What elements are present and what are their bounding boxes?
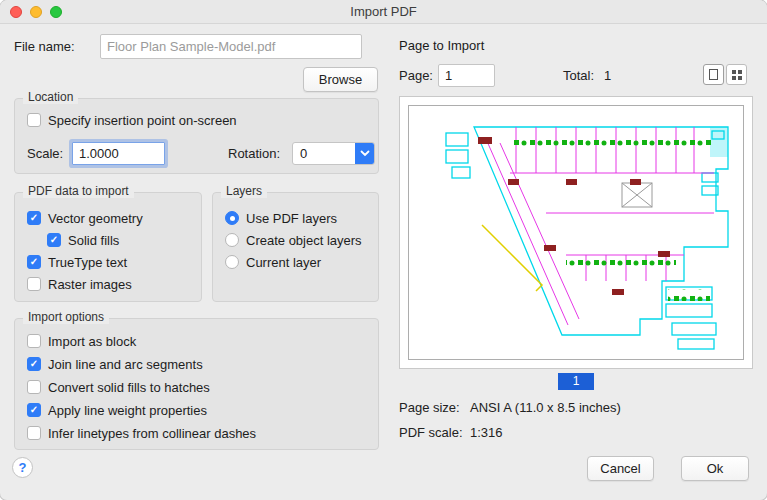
chevron-down-icon — [355, 143, 374, 164]
import-as-block-label: Import as block — [48, 334, 136, 349]
solid-fills-checkbox[interactable] — [47, 233, 61, 247]
dialog-content: File name: Browse Location Specify inser… — [0, 24, 767, 500]
line-weight-label: Apply line weight properties — [48, 403, 207, 418]
file-name-field[interactable] — [100, 34, 362, 59]
page-size-value: ANSI A (11.0 x 8.5 inches) — [470, 400, 621, 416]
rotation-label: Rotation: — [228, 146, 280, 162]
current-layer-label: Current layer — [246, 255, 321, 270]
join-segments-label: Join line and arc segments — [48, 357, 203, 372]
current-layer-row[interactable]: Current layer — [225, 254, 321, 270]
import-as-block-row[interactable]: Import as block — [27, 333, 136, 349]
ok-button[interactable]: Ok — [681, 456, 749, 481]
infer-linetypes-row[interactable]: Infer linetypes from collinear dashes — [27, 425, 256, 441]
single-page-icon — [709, 69, 718, 80]
total-pages-value: 1 — [604, 68, 611, 84]
use-pdf-layers-row[interactable]: Use PDF layers — [225, 210, 337, 226]
pdf-data-legend: PDF data to import — [23, 184, 134, 198]
pdf-scale-value: 1:316 — [470, 425, 503, 441]
insertion-point-checkbox[interactable] — [27, 113, 41, 127]
single-page-view-button[interactable] — [703, 64, 724, 85]
solid-fills-label: Solid fills — [68, 233, 119, 248]
vector-geometry-row[interactable]: Vector geometry — [27, 210, 143, 226]
rotation-dropdown[interactable]: 0 — [292, 142, 375, 165]
floor-plan-drawing — [416, 113, 736, 353]
raster-images-checkbox[interactable] — [27, 277, 41, 291]
page-number-label: Page: — [399, 68, 433, 84]
total-pages-label: Total: — [563, 68, 594, 84]
location-legend: Location — [23, 90, 78, 104]
convert-fills-checkbox[interactable] — [27, 380, 41, 394]
import-as-block-checkbox[interactable] — [27, 334, 41, 348]
thumbnail-view-button[interactable] — [726, 64, 747, 85]
pdf-page-sheet — [408, 105, 744, 360]
grid-view-icon — [732, 70, 742, 80]
import-options-group: Import options Import as block Join line… — [14, 318, 379, 450]
titlebar: Import PDF — [0, 0, 767, 24]
cancel-button[interactable]: Cancel — [587, 456, 654, 481]
import-pdf-dialog: Import PDF File name: Browse Location Sp… — [0, 0, 767, 500]
use-pdf-layers-radio[interactable] — [225, 211, 239, 225]
solid-fills-row[interactable]: Solid fills — [47, 232, 119, 248]
pdf-data-group: PDF data to import Vector geometry Solid… — [14, 192, 202, 302]
use-pdf-layers-label: Use PDF layers — [246, 211, 337, 226]
rotation-value: 0 — [293, 146, 355, 161]
line-weight-checkbox[interactable] — [27, 403, 41, 417]
file-name-label: File name: — [14, 39, 75, 55]
infer-linetypes-checkbox[interactable] — [27, 426, 41, 440]
insertion-point-row[interactable]: Specify insertion point on-screen — [27, 112, 237, 128]
join-segments-checkbox[interactable] — [27, 357, 41, 371]
page-to-import-title: Page to Import — [399, 38, 484, 54]
vector-geometry-label: Vector geometry — [48, 211, 143, 226]
join-segments-row[interactable]: Join line and arc segments — [27, 356, 203, 372]
current-layer-radio[interactable] — [225, 255, 239, 269]
location-group: Location Specify insertion point on-scre… — [14, 98, 379, 174]
pdf-scale-label: PDF scale: — [399, 425, 463, 441]
truetype-text-checkbox[interactable] — [27, 255, 41, 269]
insertion-point-label: Specify insertion point on-screen — [48, 113, 237, 128]
create-object-layers-radio[interactable] — [225, 233, 239, 247]
infer-linetypes-label: Infer linetypes from collinear dashes — [48, 426, 256, 441]
scale-input[interactable] — [72, 142, 165, 165]
create-object-layers-row[interactable]: Create object layers — [225, 232, 362, 248]
page-indicator[interactable]: 1 — [558, 373, 594, 390]
page-size-label: Page size: — [399, 400, 460, 416]
scale-label: Scale: — [27, 146, 63, 162]
truetype-text-label: TrueType text — [48, 255, 127, 270]
window-title: Import PDF — [0, 0, 767, 24]
convert-fills-row[interactable]: Convert solid fills to hatches — [27, 379, 210, 395]
layers-legend: Layers — [221, 184, 267, 198]
raster-images-row[interactable]: Raster images — [27, 276, 132, 292]
vector-geometry-checkbox[interactable] — [27, 211, 41, 225]
import-options-legend: Import options — [23, 310, 109, 324]
page-number-input[interactable] — [438, 64, 495, 87]
truetype-text-row[interactable]: TrueType text — [27, 254, 127, 270]
help-button[interactable]: ? — [12, 457, 33, 478]
browse-button[interactable]: Browse — [303, 67, 378, 92]
pdf-preview-panel — [399, 96, 753, 369]
create-object-layers-label: Create object layers — [246, 233, 362, 248]
layers-group: Layers Use PDF layers Create object laye… — [212, 192, 379, 302]
line-weight-row[interactable]: Apply line weight properties — [27, 402, 207, 418]
convert-fills-label: Convert solid fills to hatches — [48, 380, 210, 395]
raster-images-label: Raster images — [48, 277, 132, 292]
